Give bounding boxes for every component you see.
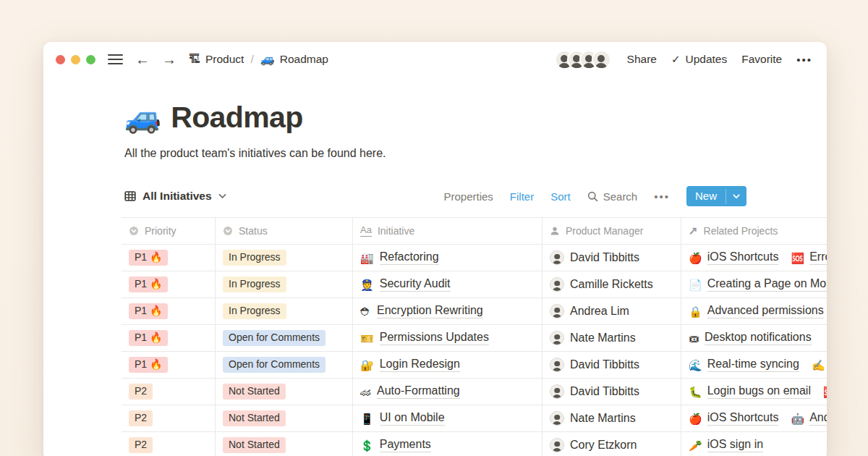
- related-project-link[interactable]: 📄Creating a Page on Mob: [689, 277, 827, 292]
- back-arrow-icon[interactable]: ←: [135, 52, 150, 67]
- column-header-priority[interactable]: Priority: [122, 218, 216, 244]
- product-manager-cell[interactable]: Cory Etzkorn: [542, 432, 681, 456]
- related-project-link[interactable]: 🎟Desktop notifications: [689, 331, 812, 345]
- priority-cell[interactable]: P1 🔥: [122, 352, 216, 378]
- page-title[interactable]: Roadmap: [171, 101, 303, 135]
- view-switcher[interactable]: All Initiatives: [124, 190, 226, 203]
- column-header-related-projects[interactable]: ↗ Related Projects: [681, 218, 827, 244]
- product-manager-cell[interactable]: Camille Ricketts: [542, 271, 681, 297]
- status-cell[interactable]: Open for Comments: [216, 352, 353, 378]
- related-project-link[interactable]: ✍: [812, 360, 825, 371]
- table-row: P2Not Started🏎Auto-FormattingDavid Tibbi…: [122, 379, 827, 405]
- column-header-product-manager[interactable]: Product Manager: [542, 218, 681, 244]
- collaborator-avatars[interactable]: [555, 50, 611, 69]
- manager-name: Cory Etzkorn: [570, 439, 637, 452]
- status-cell[interactable]: Not Started: [216, 405, 353, 431]
- view-toolbar: All Initiatives Properties Filter Sort S…: [124, 184, 827, 208]
- priority-cell[interactable]: P2: [122, 405, 216, 431]
- priority-cell[interactable]: P1 🔥: [122, 325, 216, 351]
- related-project-link[interactable]: 🍎iOS Shortcuts: [689, 250, 778, 265]
- minimize-window-button[interactable]: [71, 55, 80, 64]
- related-projects-cell[interactable]: 🎟Desktop notifications: [681, 325, 827, 351]
- related-project-link[interactable]: 🌊Real-time syncing: [689, 358, 799, 372]
- initiative-page-link[interactable]: Payments: [380, 438, 431, 452]
- status-badge: Not Started: [223, 410, 286, 427]
- related-project-link[interactable]: 🆘: [823, 387, 827, 397]
- related-project-link[interactable]: 🐛Login bugs on email: [689, 384, 811, 399]
- zoom-window-button[interactable]: [86, 55, 95, 64]
- page-description[interactable]: All the product team's initiatives can b…: [124, 147, 827, 160]
- initiative-cell[interactable]: 🔐Login Redesign: [353, 352, 542, 378]
- sort-button[interactable]: Sort: [550, 190, 571, 203]
- table-row: P2Not Started💲PaymentsCory Etzkorn🥕iOS s…: [122, 432, 827, 456]
- new-button-dropdown[interactable]: [726, 189, 746, 204]
- breadcrumb-item-roadmap[interactable]: 🚙 Roadmap: [260, 53, 328, 66]
- related-projects-cell[interactable]: 🐛Login bugs on email🆘: [681, 379, 827, 405]
- more-options-icon[interactable]: •••: [796, 54, 812, 66]
- column-header-initiative[interactable]: Aa Initiative: [353, 218, 542, 244]
- status-cell[interactable]: In Progress: [216, 271, 353, 297]
- page-header: 🚙 Roadmap All the product team's initiat…: [124, 101, 827, 160]
- initiative-page-link[interactable]: Login Redesign: [380, 358, 460, 372]
- table-row: P1 🔥Open for Comments🔐Login RedesignDavi…: [122, 352, 827, 379]
- initiative-page-link[interactable]: Encryption Rewriting: [377, 304, 483, 318]
- product-manager-cell[interactable]: David Tibbitts: [542, 352, 681, 378]
- search-button[interactable]: Search: [587, 190, 638, 203]
- new-button[interactable]: New: [686, 186, 746, 206]
- related-project-link[interactable]: 🥕iOS sign in: [689, 438, 763, 452]
- related-projects-cell[interactable]: 🌊Real-time syncing✍: [681, 352, 827, 378]
- initiative-cell[interactable]: ⛑Encryption Rewriting: [353, 298, 542, 324]
- filter-button[interactable]: Filter: [510, 190, 534, 203]
- favorite-button[interactable]: Favorite: [741, 53, 782, 66]
- initiative-cell[interactable]: 🏭Refactoring: [353, 245, 542, 271]
- status-cell[interactable]: In Progress: [216, 245, 353, 271]
- status-cell[interactable]: Not Started: [216, 379, 353, 405]
- breadcrumb-item-product[interactable]: 🏗 Product: [189, 53, 244, 66]
- page-icon-car[interactable]: 🚙: [124, 103, 161, 132]
- initiative-cell[interactable]: 🏎Auto-Formatting: [353, 379, 542, 405]
- related-link-label: Erro: [809, 250, 827, 265]
- related-project-link[interactable]: 🆘Erro: [791, 250, 827, 265]
- breadcrumb-label: Product: [205, 53, 244, 66]
- column-header-status[interactable]: Status: [216, 218, 353, 244]
- related-project-link[interactable]: 🔒Advanced permissions: [689, 304, 824, 318]
- related-projects-cell[interactable]: 🔒Advanced permissions: [681, 298, 827, 324]
- related-project-link[interactable]: 🍎iOS Shortcuts: [689, 411, 778, 426]
- related-projects-cell[interactable]: 🍎iOS Shortcuts🤖And: [681, 405, 827, 431]
- product-manager-cell[interactable]: David Tibbitts: [542, 245, 681, 271]
- status-cell[interactable]: In Progress: [216, 298, 353, 324]
- sidebar-menu-icon[interactable]: [108, 54, 123, 65]
- priority-badge: P2: [129, 410, 153, 427]
- priority-cell[interactable]: P2: [122, 379, 216, 405]
- related-projects-cell[interactable]: 📄Creating a Page on Mob: [681, 271, 827, 297]
- view-more-options-icon[interactable]: •••: [654, 190, 670, 203]
- forward-arrow-icon[interactable]: →: [162, 52, 176, 67]
- close-window-button[interactable]: [56, 55, 65, 64]
- priority-cell[interactable]: P1 🔥: [122, 271, 216, 297]
- priority-cell[interactable]: P2: [122, 432, 216, 456]
- updates-button[interactable]: ✓ Updates: [671, 53, 727, 66]
- initiative-page-link[interactable]: Auto-Formatting: [377, 384, 460, 399]
- share-button[interactable]: Share: [627, 53, 657, 66]
- related-projects-cell[interactable]: 🍎iOS Shortcuts🆘Erro: [681, 245, 827, 271]
- product-manager-cell[interactable]: Andrea Lim: [542, 298, 681, 324]
- priority-cell[interactable]: P1 🔥: [122, 298, 216, 324]
- product-manager-cell[interactable]: Nate Martins: [542, 325, 681, 351]
- product-manager-cell[interactable]: Nate Martins: [542, 405, 681, 431]
- initiative-cell[interactable]: 📱UI on Mobile: [353, 405, 542, 431]
- related-project-link[interactable]: 🤖And: [791, 411, 827, 426]
- initiative-cell[interactable]: 🎫Permissions Updates: [353, 325, 542, 351]
- initiative-cell[interactable]: 💲Payments: [353, 432, 542, 456]
- initiative-page-link[interactable]: Permissions Updates: [380, 331, 489, 345]
- initiative-page-link[interactable]: UI on Mobile: [380, 411, 445, 426]
- initiative-cell[interactable]: 👮Security Audit: [353, 271, 542, 297]
- status-cell[interactable]: Open for Comments: [216, 325, 353, 351]
- status-cell[interactable]: Not Started: [216, 432, 353, 456]
- priority-cell[interactable]: P1 🔥: [122, 245, 216, 271]
- avatar[interactable]: [592, 50, 611, 69]
- related-projects-cell[interactable]: 🥕iOS sign in: [681, 432, 827, 456]
- product-manager-cell[interactable]: David Tibbitts: [542, 379, 681, 405]
- properties-button[interactable]: Properties: [443, 190, 493, 203]
- initiative-page-link[interactable]: Security Audit: [380, 277, 451, 292]
- initiative-page-link[interactable]: Refactoring: [380, 250, 439, 265]
